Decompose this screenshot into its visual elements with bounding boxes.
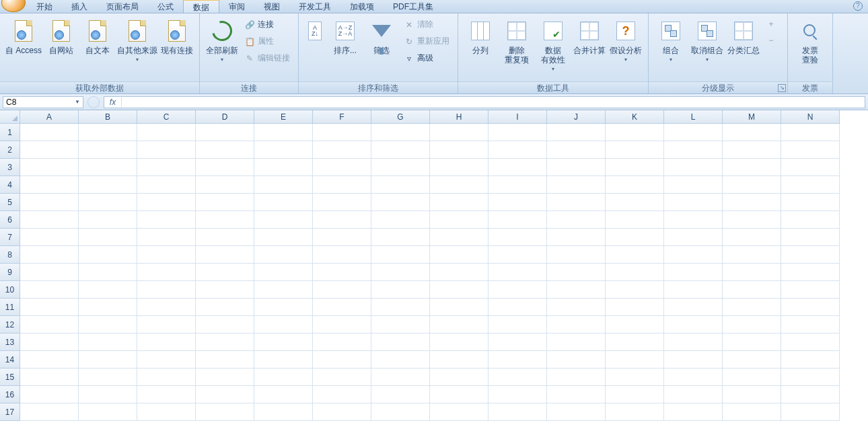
cell-G8[interactable]	[371, 246, 430, 264]
column-header-C[interactable]: C	[137, 110, 196, 124]
cell-A14[interactable]	[20, 351, 79, 368]
cell-C9[interactable]	[137, 264, 196, 281]
cell-D12[interactable]	[196, 316, 254, 334]
cell-M10[interactable]	[723, 281, 781, 299]
cell-J3[interactable]	[547, 159, 606, 176]
cell-M4[interactable]	[723, 176, 781, 194]
cell-A9[interactable]	[20, 264, 79, 281]
cell-H15[interactable]	[430, 368, 489, 386]
cell-I7[interactable]	[489, 229, 547, 246]
cell-B4[interactable]	[79, 176, 137, 194]
tab-审阅[interactable]: 审阅	[219, 0, 254, 13]
cell-K15[interactable]	[606, 368, 664, 386]
cell-J16[interactable]	[547, 386, 606, 403]
filter-button[interactable]: 筛选	[363, 16, 400, 55]
cell-M14[interactable]	[723, 351, 781, 368]
sort-button[interactable]: A→ZZ→A排序...	[327, 16, 363, 55]
tab-开发工具[interactable]: 开发工具	[289, 0, 340, 13]
row-header-5[interactable]: 5	[0, 194, 20, 211]
from-access-button[interactable]: 自 Access	[4, 16, 43, 55]
cell-H7[interactable]	[430, 229, 489, 246]
cell-H13[interactable]	[430, 334, 489, 351]
refresh-all-button[interactable]: 全部刷新▾	[204, 16, 240, 63]
data-valid-button[interactable]: 数据 有效性▾	[535, 16, 571, 72]
cell-F1[interactable]	[313, 124, 371, 141]
cell-M16[interactable]	[723, 386, 781, 403]
cell-B13[interactable]	[79, 334, 137, 351]
from-text-button[interactable]: 自文本	[79, 16, 116, 55]
cell-I1[interactable]	[489, 124, 547, 141]
from-other-button[interactable]: 自其他来源▾	[116, 16, 159, 63]
cell-E16[interactable]	[254, 386, 313, 403]
cell-C3[interactable]	[137, 159, 196, 176]
cell-D17[interactable]	[196, 403, 254, 421]
cell-B15[interactable]	[79, 368, 137, 386]
cell-B12[interactable]	[79, 316, 137, 334]
cell-E11[interactable]	[254, 299, 313, 316]
cell-B9[interactable]	[79, 264, 137, 281]
cell-F2[interactable]	[313, 141, 371, 159]
cell-A1[interactable]	[20, 124, 79, 141]
cell-F3[interactable]	[313, 159, 371, 176]
row-header-17[interactable]: 17	[0, 403, 20, 421]
cell-B2[interactable]	[79, 141, 137, 159]
column-header-J[interactable]: J	[547, 110, 606, 124]
cell-G6[interactable]	[371, 211, 430, 229]
row-header-16[interactable]: 16	[0, 386, 20, 403]
column-header-K[interactable]: K	[606, 110, 664, 124]
cell-K9[interactable]	[606, 264, 664, 281]
cell-K8[interactable]	[606, 246, 664, 264]
cell-M12[interactable]	[723, 316, 781, 334]
advanced-button[interactable]: ▿高级	[401, 51, 452, 65]
connections-button[interactable]: 🔗连接	[242, 17, 293, 32]
cell-G7[interactable]	[371, 229, 430, 246]
column-header-E[interactable]: E	[254, 110, 313, 124]
cell-C10[interactable]	[137, 281, 196, 299]
cell-A11[interactable]	[20, 299, 79, 316]
cell-M1[interactable]	[723, 124, 781, 141]
cell-H16[interactable]	[430, 386, 489, 403]
cell-E13[interactable]	[254, 334, 313, 351]
cell-G2[interactable]	[371, 141, 430, 159]
cell-G3[interactable]	[371, 159, 430, 176]
cell-N4[interactable]	[781, 176, 840, 194]
cell-M6[interactable]	[723, 211, 781, 229]
row-header-15[interactable]: 15	[0, 368, 20, 386]
cell-N2[interactable]	[781, 141, 840, 159]
cell-I17[interactable]	[489, 403, 547, 421]
cell-C4[interactable]	[137, 176, 196, 194]
row-header-2[interactable]: 2	[0, 141, 20, 159]
remove-dup-button[interactable]: 删除 重复项	[499, 16, 535, 65]
cell-G10[interactable]	[371, 281, 430, 299]
cell-D14[interactable]	[196, 351, 254, 368]
help-icon[interactable]: ?	[853, 1, 863, 11]
cell-F12[interactable]	[313, 316, 371, 334]
cell-E10[interactable]	[254, 281, 313, 299]
cell-H17[interactable]	[430, 403, 489, 421]
cell-D9[interactable]	[196, 264, 254, 281]
cell-C1[interactable]	[137, 124, 196, 141]
row-header-11[interactable]: 11	[0, 299, 20, 316]
subtotal-button[interactable]: 分类汇总	[725, 16, 762, 55]
cell-F6[interactable]	[313, 211, 371, 229]
cell-K16[interactable]	[606, 386, 664, 403]
cell-D11[interactable]	[196, 299, 254, 316]
consolidate-button[interactable]: 合并计算	[571, 16, 608, 55]
cell-E3[interactable]	[254, 159, 313, 176]
cell-N14[interactable]	[781, 351, 840, 368]
cell-H9[interactable]	[430, 264, 489, 281]
cell-M2[interactable]	[723, 141, 781, 159]
row-header-9[interactable]: 9	[0, 264, 20, 281]
cell-I4[interactable]	[489, 176, 547, 194]
cell-N12[interactable]	[781, 316, 840, 334]
cell-F13[interactable]	[313, 334, 371, 351]
cell-F8[interactable]	[313, 246, 371, 264]
cell-A2[interactable]	[20, 141, 79, 159]
cell-I12[interactable]	[489, 316, 547, 334]
cell-L12[interactable]	[664, 316, 723, 334]
row-header-1[interactable]: 1	[0, 124, 20, 141]
cell-K4[interactable]	[606, 176, 664, 194]
cell-C6[interactable]	[137, 211, 196, 229]
cell-M13[interactable]	[723, 334, 781, 351]
tab-插入[interactable]: 插入	[62, 0, 97, 13]
